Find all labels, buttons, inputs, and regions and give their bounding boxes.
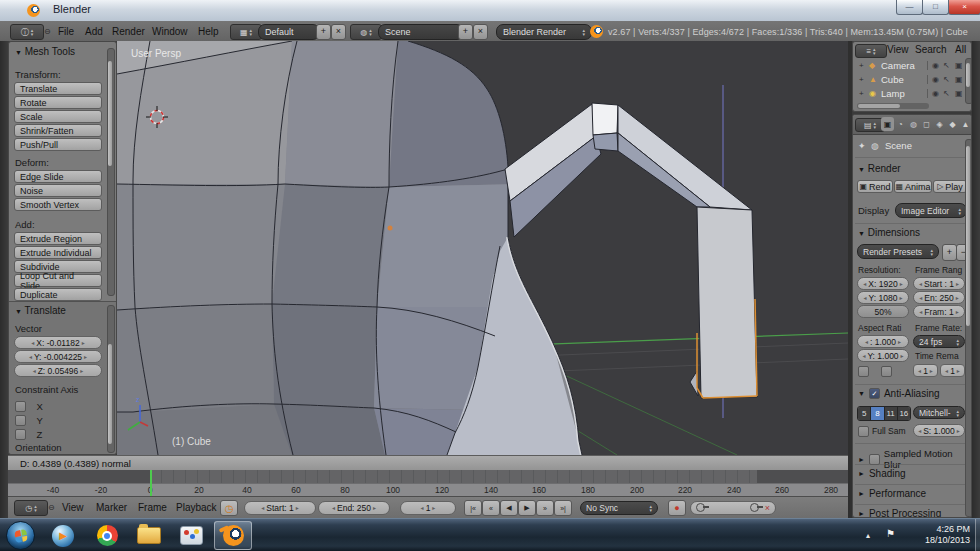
- jump-to-end-button[interactable]: »|: [554, 500, 572, 516]
- minimize-button[interactable]: —: [896, 0, 923, 15]
- render-play-button[interactable]: ▷Play: [933, 180, 967, 193]
- frame-end-field[interactable]: ◂En: 250▸: [913, 291, 965, 304]
- properties-scrollbar[interactable]: [965, 139, 972, 517]
- frame-start-field[interactable]: ◂Start: 1▸: [244, 501, 316, 515]
- vector-z-field[interactable]: ◂Z: 0.05496▸: [14, 364, 102, 377]
- tab-constraints[interactable]: ◈: [933, 117, 946, 131]
- anti-aliasing-panel-header[interactable]: ▼ ✓ Anti-Aliasing: [858, 388, 940, 399]
- tool-translate-button[interactable]: Translate: [14, 82, 102, 95]
- checkbox-y[interactable]: [15, 415, 26, 426]
- sampled-motion-blur-panel-header[interactable]: ► Sampled Motion Blur: [858, 448, 971, 470]
- menu-help[interactable]: Help: [198, 26, 219, 37]
- tool-loop-cut-button[interactable]: Loop Cut and Slide: [14, 274, 102, 287]
- close-button[interactable]: ×: [948, 0, 980, 15]
- tool-shelf-scrollbar[interactable]: [107, 48, 115, 296]
- checkbox-x[interactable]: [15, 401, 26, 412]
- timeline-ruler[interactable]: -40 -20 0 20 40 60 80 100 120 140 160 18…: [8, 483, 848, 496]
- tool-duplicate-button[interactable]: Duplicate: [14, 288, 102, 301]
- tool-scale-button[interactable]: Scale: [14, 110, 102, 123]
- remap-new-field[interactable]: ◂1▸: [940, 364, 965, 377]
- resolution-y-field[interactable]: ◂Y: 1080▸: [857, 291, 909, 304]
- aspect-x-field[interactable]: ◂: 1.000▸: [857, 335, 909, 348]
- maximize-button[interactable]: □: [922, 0, 949, 15]
- sync-mode-select[interactable]: No Sync ▴▾: [580, 501, 658, 515]
- delete-layout-button[interactable]: ×: [331, 24, 346, 40]
- add-layout-button[interactable]: +: [316, 24, 331, 40]
- translate-operator-header[interactable]: ▼ Translate: [15, 305, 66, 316]
- aa-size-field[interactable]: ◂S: 1.000▸: [913, 424, 965, 437]
- scrollbar-thumb[interactable]: [108, 61, 112, 166]
- taskbar-explorer[interactable]: [130, 521, 168, 550]
- fps-select[interactable]: 24 fps ▴▾: [913, 335, 965, 348]
- taskbar-blender-active[interactable]: [214, 521, 252, 550]
- tool-rotate-button[interactable]: Rotate: [14, 96, 102, 109]
- outliner-row-camera[interactable]: + ◆ Camera ◉ ↖ ▣: [853, 59, 965, 72]
- tab-modifiers[interactable]: ◆: [946, 117, 959, 131]
- add-preset-button[interactable]: +: [942, 244, 957, 261]
- scrollbar-thumb[interactable]: [108, 344, 112, 444]
- pin-icon[interactable]: ✦: [858, 141, 866, 151]
- play-reverse-button[interactable]: ◀: [500, 500, 518, 516]
- delete-scene-button[interactable]: ×: [473, 24, 488, 40]
- render-animation-button[interactable]: ▦Anima: [894, 180, 932, 193]
- next-keyframe-button[interactable]: »: [536, 500, 554, 516]
- timeline-menu-playback[interactable]: Playback: [176, 502, 217, 513]
- aspect-y-field[interactable]: ◂Y: 1.000▸: [857, 349, 909, 362]
- timeline-menu-marker[interactable]: Marker: [96, 502, 127, 513]
- frame-end-field[interactable]: ◂End: 250▸: [318, 501, 390, 515]
- outliner-vscrollbar[interactable]: [965, 58, 972, 104]
- selectable-icon[interactable]: ↖: [943, 75, 950, 84]
- render-still-button[interactable]: ▣Rend: [857, 180, 893, 193]
- scrollbar-thumb[interactable]: [966, 63, 970, 87]
- expander-icon[interactable]: +: [859, 75, 864, 84]
- selectable-icon[interactable]: ↖: [943, 61, 950, 70]
- resolution-percentage-slider[interactable]: 50%: [857, 305, 909, 318]
- tab-scene[interactable]: ◔: [894, 117, 907, 131]
- tool-smooth-vertex-button[interactable]: Smooth Vertex: [14, 198, 102, 211]
- aa-sample-8-active[interactable]: 8: [871, 407, 884, 420]
- aa-sample-16[interactable]: 16: [898, 407, 910, 420]
- record-button[interactable]: ●: [668, 500, 686, 516]
- crop-checkbox[interactable]: [881, 366, 892, 377]
- tool-edge-slide-button[interactable]: Edge Slide: [14, 170, 102, 183]
- render-engine-select[interactable]: Blender Render ▴▾: [496, 24, 592, 40]
- tool-shrink-fatten-button[interactable]: Shrink/Fatten: [14, 124, 102, 137]
- outliner-menu-search[interactable]: Search: [915, 44, 947, 55]
- jump-to-start-button[interactable]: |«: [464, 500, 482, 516]
- aa-sample-11[interactable]: 11: [885, 407, 898, 420]
- motion-blur-checkbox[interactable]: [869, 454, 880, 465]
- vector-y-field[interactable]: ◂Y: -0.004225▸: [14, 350, 102, 363]
- aa-filter-select[interactable]: Mitchell- ▴▾: [913, 406, 965, 419]
- anti-aliasing-checkbox[interactable]: ✓: [869, 388, 880, 399]
- eye-icon[interactable]: ◉: [927, 75, 939, 84]
- render-restrict-icon[interactable]: ▣: [955, 89, 963, 98]
- render-panel-header[interactable]: ▼ Render: [858, 163, 901, 174]
- tool-extrude-region-button[interactable]: Extrude Region: [14, 232, 102, 245]
- render-restrict-icon[interactable]: ▣: [955, 75, 963, 84]
- timeline-menu-view[interactable]: View: [62, 502, 84, 513]
- menu-add[interactable]: Add: [85, 26, 103, 37]
- preview-range-button[interactable]: ◷: [220, 500, 238, 516]
- layout-name-field[interactable]: Default: [258, 24, 320, 40]
- remap-old-field[interactable]: ◂1▸: [913, 364, 938, 377]
- outliner-menu-view[interactable]: View: [887, 44, 909, 55]
- timeline-editor-type-button[interactable]: ◷ ▴▾: [14, 500, 48, 516]
- resolution-x-field[interactable]: ◂X: 1920▸: [857, 277, 909, 290]
- insert-keyframe-icon[interactable]: [750, 503, 759, 512]
- previous-keyframe-button[interactable]: «: [482, 500, 500, 516]
- shading-panel-header[interactable]: ► Shading: [858, 468, 906, 479]
- eye-icon[interactable]: ◉: [927, 61, 939, 70]
- frame-step-field[interactable]: ◂Fram: 1▸: [913, 305, 965, 318]
- outliner-row-lamp[interactable]: + ◉ Lamp ◉ ↖ ▣: [853, 87, 965, 100]
- editor-type-button[interactable]: ⓘ ▴▾: [10, 24, 44, 40]
- current-frame-field[interactable]: ◂1▸: [400, 501, 456, 515]
- checkbox-z[interactable]: [15, 429, 26, 440]
- viewport-header[interactable]: D: 0.4389 (0.4389) normal: [8, 455, 848, 470]
- scene-name-field[interactable]: Scene: [378, 24, 464, 40]
- eye-icon[interactable]: ◉: [927, 89, 939, 98]
- taskbar-paint[interactable]: [172, 521, 210, 550]
- timeline-ruler-area[interactable]: -40 -20 0 20 40 60 80 100 120 140 160 18…: [8, 470, 848, 496]
- selected-vertex[interactable]: [388, 226, 393, 231]
- dimensions-panel-header[interactable]: ▼ Dimensions: [858, 227, 920, 238]
- tray-show-hidden-icon[interactable]: ▴: [866, 531, 870, 540]
